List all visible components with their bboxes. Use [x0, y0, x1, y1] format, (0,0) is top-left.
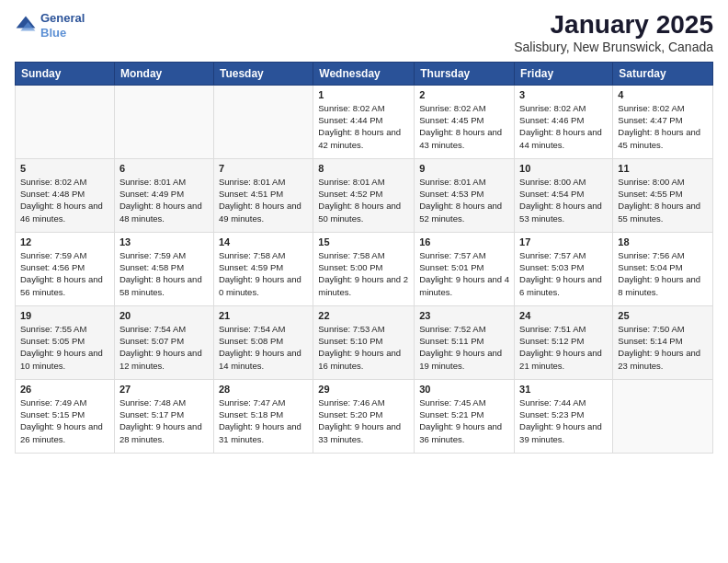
logo: General Blue	[15, 11, 85, 40]
table-row: 17Sunrise: 7:57 AMSunset: 5:03 PMDayligh…	[515, 232, 613, 305]
cell-content: Sunrise: 7:51 AMSunset: 5:12 PMDaylight:…	[519, 323, 608, 372]
col-saturday: Saturday	[613, 62, 713, 85]
col-sunday: Sunday	[16, 62, 115, 85]
day-number: 8	[318, 163, 409, 174]
day-number: 20	[119, 310, 209, 321]
table-row: 31Sunrise: 7:44 AMSunset: 5:23 PMDayligh…	[515, 379, 613, 453]
week-row-4: 26Sunrise: 7:49 AMSunset: 5:15 PMDayligh…	[16, 379, 713, 453]
cell-content: Sunrise: 8:01 AMSunset: 4:51 PMDaylight:…	[219, 176, 308, 224]
cell-content: Sunrise: 7:59 AMSunset: 4:56 PMDaylight:…	[20, 249, 109, 298]
day-number: 18	[618, 236, 708, 247]
cell-content: Sunrise: 7:50 AMSunset: 5:14 PMDaylight:…	[618, 323, 708, 372]
logo-icon	[15, 15, 37, 37]
table-row: 29Sunrise: 7:46 AMSunset: 5:20 PMDayligh…	[313, 379, 415, 453]
cell-content: Sunrise: 7:57 AMSunset: 5:03 PMDaylight:…	[519, 249, 608, 298]
subtitle: Salisbury, New Brunswick, Canada	[514, 40, 713, 54]
day-number: 31	[519, 384, 608, 395]
cell-content: Sunrise: 7:44 AMSunset: 5:23 PMDaylight:…	[519, 396, 608, 445]
day-number: 15	[318, 236, 409, 247]
cell-content: Sunrise: 8:02 AMSunset: 4:44 PMDaylight:…	[318, 102, 409, 151]
table-row: 16Sunrise: 7:57 AMSunset: 5:01 PMDayligh…	[415, 232, 515, 305]
cell-content: Sunrise: 8:02 AMSunset: 4:47 PMDaylight:…	[618, 102, 708, 151]
table-row: 12Sunrise: 7:59 AMSunset: 4:56 PMDayligh…	[16, 232, 115, 305]
calendar-table: Sunday Monday Tuesday Wednesday Thursday…	[15, 62, 713, 454]
day-number: 12	[20, 236, 109, 247]
day-number: 26	[20, 384, 109, 395]
title-block: January 2025 Salisbury, New Brunswick, C…	[514, 11, 713, 54]
cell-content: Sunrise: 7:45 AMSunset: 5:21 PMDaylight:…	[419, 396, 509, 445]
cell-content: Sunrise: 8:01 AMSunset: 4:52 PMDaylight:…	[318, 176, 409, 224]
cell-content: Sunrise: 7:54 AMSunset: 5:08 PMDaylight:…	[219, 323, 308, 372]
cell-content: Sunrise: 8:02 AMSunset: 4:48 PMDaylight:…	[20, 176, 109, 224]
table-row: 7Sunrise: 8:01 AMSunset: 4:51 PMDaylight…	[213, 158, 313, 232]
table-row: 2Sunrise: 8:02 AMSunset: 4:45 PMDaylight…	[415, 85, 515, 158]
cell-content: Sunrise: 7:58 AMSunset: 5:00 PMDaylight:…	[318, 249, 409, 298]
day-number: 7	[219, 163, 308, 174]
table-row: 28Sunrise: 7:47 AMSunset: 5:18 PMDayligh…	[213, 379, 313, 453]
cell-content: Sunrise: 8:02 AMSunset: 4:45 PMDaylight:…	[419, 102, 509, 151]
table-row: 20Sunrise: 7:54 AMSunset: 5:07 PMDayligh…	[114, 305, 213, 379]
week-row-0: 1Sunrise: 8:02 AMSunset: 4:44 PMDaylight…	[16, 85, 713, 158]
day-number: 17	[519, 236, 608, 247]
day-number: 29	[318, 384, 409, 395]
week-row-3: 19Sunrise: 7:55 AMSunset: 5:05 PMDayligh…	[16, 305, 713, 379]
table-row: 13Sunrise: 7:59 AMSunset: 4:58 PMDayligh…	[114, 232, 213, 305]
week-row-1: 5Sunrise: 8:02 AMSunset: 4:48 PMDaylight…	[16, 158, 713, 232]
col-thursday: Thursday	[415, 62, 515, 85]
day-number: 5	[20, 163, 109, 174]
table-row: 14Sunrise: 7:58 AMSunset: 4:59 PMDayligh…	[213, 232, 313, 305]
table-row	[16, 85, 115, 158]
day-number: 21	[219, 310, 308, 321]
day-number: 25	[618, 310, 708, 321]
week-row-2: 12Sunrise: 7:59 AMSunset: 4:56 PMDayligh…	[16, 232, 713, 305]
table-row: 3Sunrise: 8:02 AMSunset: 4:46 PMDaylight…	[515, 85, 613, 158]
col-tuesday: Tuesday	[213, 62, 313, 85]
day-number: 24	[519, 310, 608, 321]
table-row: 11Sunrise: 8:00 AMSunset: 4:55 PMDayligh…	[613, 158, 713, 232]
cell-content: Sunrise: 7:52 AMSunset: 5:11 PMDaylight:…	[419, 323, 509, 372]
cell-content: Sunrise: 7:55 AMSunset: 5:05 PMDaylight:…	[20, 323, 109, 372]
day-number: 23	[419, 310, 509, 321]
table-row: 21Sunrise: 7:54 AMSunset: 5:08 PMDayligh…	[213, 305, 313, 379]
cell-content: Sunrise: 7:49 AMSunset: 5:15 PMDaylight:…	[20, 396, 109, 445]
day-number: 27	[119, 384, 209, 395]
day-number: 30	[419, 384, 509, 395]
table-row: 10Sunrise: 8:00 AMSunset: 4:54 PMDayligh…	[515, 158, 613, 232]
table-row: 15Sunrise: 7:58 AMSunset: 5:00 PMDayligh…	[313, 232, 415, 305]
day-number: 19	[20, 310, 109, 321]
table-row: 6Sunrise: 8:01 AMSunset: 4:49 PMDaylight…	[114, 158, 213, 232]
cell-content: Sunrise: 7:46 AMSunset: 5:20 PMDaylight:…	[318, 396, 409, 445]
main-title: January 2025	[514, 11, 713, 40]
page: General Blue January 2025 Salisbury, New…	[0, 0, 728, 563]
cell-content: Sunrise: 8:02 AMSunset: 4:46 PMDaylight:…	[519, 102, 608, 151]
cell-content: Sunrise: 8:00 AMSunset: 4:54 PMDaylight:…	[519, 176, 608, 224]
day-number: 10	[519, 163, 608, 174]
table-row: 30Sunrise: 7:45 AMSunset: 5:21 PMDayligh…	[415, 379, 515, 453]
day-number: 1	[318, 89, 409, 100]
table-row: 8Sunrise: 8:01 AMSunset: 4:52 PMDaylight…	[313, 158, 415, 232]
table-row: 23Sunrise: 7:52 AMSunset: 5:11 PMDayligh…	[415, 305, 515, 379]
day-number: 2	[419, 89, 509, 100]
table-row: 5Sunrise: 8:02 AMSunset: 4:48 PMDaylight…	[16, 158, 115, 232]
col-monday: Monday	[114, 62, 213, 85]
table-row: 25Sunrise: 7:50 AMSunset: 5:14 PMDayligh…	[613, 305, 713, 379]
day-number: 9	[419, 163, 509, 174]
table-row: 27Sunrise: 7:48 AMSunset: 5:17 PMDayligh…	[114, 379, 213, 453]
day-number: 13	[119, 236, 209, 247]
day-number: 4	[618, 89, 708, 100]
cell-content: Sunrise: 7:54 AMSunset: 5:07 PMDaylight:…	[119, 323, 209, 372]
cell-content: Sunrise: 7:48 AMSunset: 5:17 PMDaylight:…	[119, 396, 209, 445]
cell-content: Sunrise: 7:53 AMSunset: 5:10 PMDaylight:…	[318, 323, 409, 372]
table-row: 9Sunrise: 8:01 AMSunset: 4:53 PMDaylight…	[415, 158, 515, 232]
table-row	[613, 379, 713, 453]
day-number: 22	[318, 310, 409, 321]
day-number: 28	[219, 384, 308, 395]
logo-text: General Blue	[40, 11, 85, 40]
table-row	[213, 85, 313, 158]
cell-content: Sunrise: 7:58 AMSunset: 4:59 PMDaylight:…	[219, 249, 308, 298]
cell-content: Sunrise: 7:56 AMSunset: 5:04 PMDaylight:…	[618, 249, 708, 298]
table-row: 19Sunrise: 7:55 AMSunset: 5:05 PMDayligh…	[16, 305, 115, 379]
cell-content: Sunrise: 7:59 AMSunset: 4:58 PMDaylight:…	[119, 249, 209, 298]
table-row: 24Sunrise: 7:51 AMSunset: 5:12 PMDayligh…	[515, 305, 613, 379]
cell-content: Sunrise: 8:00 AMSunset: 4:55 PMDaylight:…	[618, 176, 708, 224]
